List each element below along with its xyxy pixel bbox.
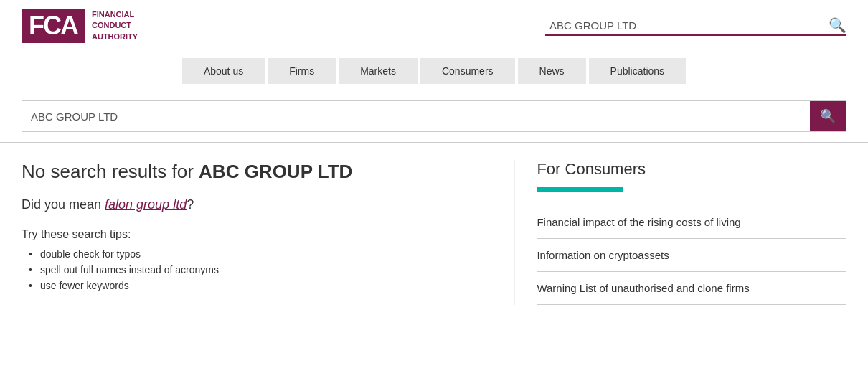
header-search-input[interactable]: ABC GROUP LTD	[545, 16, 829, 34]
results-column: No search results for ABC GROUP LTD Did …	[22, 160, 486, 305]
header-search-icon[interactable]: 🔍	[829, 16, 846, 34]
did-you-mean: Did you mean falon group ltd?	[22, 197, 486, 212]
nav-news[interactable]: News	[518, 58, 586, 84]
consumers-column: For Consumers Financial impact of the ri…	[514, 160, 846, 305]
main-nav: About us Firms Markets Consumers News Pu…	[0, 52, 868, 90]
teal-divider	[537, 187, 623, 192]
site-header: FCA FINANCIAL CONDUCT AUTHORITY ABC GROU…	[0, 0, 868, 52]
header-search-form[interactable]: ABC GROUP LTD 🔍	[545, 16, 846, 36]
consumer-link-1[interactable]: Financial impact of the rising costs of …	[537, 206, 846, 239]
tip-item: spell out full names instead of acronyms	[29, 264, 486, 275]
suggestion-link[interactable]: falon group ltd	[105, 197, 187, 212]
nav-markets[interactable]: Markets	[339, 58, 418, 84]
consumer-link-2[interactable]: Information on cryptoassets	[537, 239, 846, 272]
page-search-button[interactable]: 🔍	[810, 101, 846, 131]
nav-firms[interactable]: Firms	[268, 58, 336, 84]
logo-area: FCA FINANCIAL CONDUCT AUTHORITY	[22, 9, 138, 43]
page-search-area: ABC GROUP LTD 🔍	[0, 90, 868, 143]
consumer-link-3[interactable]: Warning List of unauthorised and clone f…	[537, 272, 846, 305]
logo-text: FINANCIAL CONDUCT AUTHORITY	[92, 9, 138, 42]
page-search-input[interactable]: ABC GROUP LTD	[22, 103, 810, 130]
consumers-heading: For Consumers	[537, 160, 846, 179]
main-content: No search results for ABC GROUP LTD Did …	[0, 143, 868, 322]
tip-item: double check for typos	[29, 248, 486, 260]
tip-item: use fewer keywords	[29, 280, 486, 291]
tips-list: double check for typos spell out full na…	[22, 248, 486, 291]
fca-logo: FCA	[22, 9, 85, 43]
search-icon: 🔍	[820, 109, 836, 123]
page-search-form[interactable]: ABC GROUP LTD 🔍	[22, 100, 846, 132]
nav-publications[interactable]: Publications	[589, 58, 687, 84]
nav-about-us[interactable]: About us	[182, 58, 265, 84]
nav-consumers[interactable]: Consumers	[420, 58, 515, 84]
tips-heading: Try these search tips:	[22, 228, 486, 241]
no-results-heading: No search results for ABC GROUP LTD	[22, 160, 486, 184]
